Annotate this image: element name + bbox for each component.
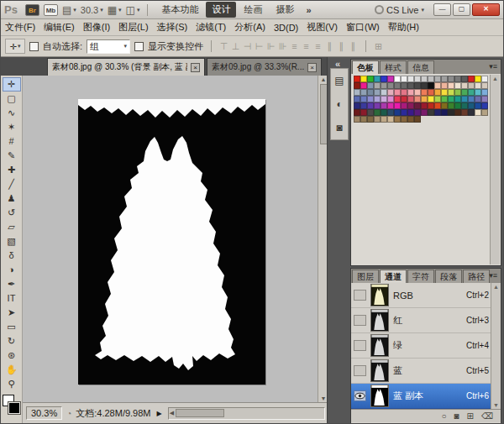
color-swatch[interactable] bbox=[441, 76, 448, 82]
pen-tool[interactable]: ✒ bbox=[3, 277, 21, 291]
visibility-toggle[interactable] bbox=[354, 340, 366, 351]
color-swatch[interactable] bbox=[448, 102, 454, 109]
color-swatch[interactable] bbox=[354, 102, 360, 109]
color-swatch[interactable] bbox=[354, 109, 360, 116]
panel-tab-路径[interactable]: 路径 bbox=[463, 270, 490, 283]
workspace-button-设计[interactable]: 设计 bbox=[206, 2, 236, 18]
tab-close-icon[interactable]: × bbox=[307, 63, 317, 72]
color-swatch[interactable] bbox=[354, 76, 360, 82]
color-swatch[interactable] bbox=[414, 76, 421, 82]
zoom-tool[interactable]: ⚲ bbox=[3, 377, 21, 391]
color-swatch[interactable] bbox=[374, 76, 381, 82]
align-icon-4[interactable]: ⊩ bbox=[266, 41, 276, 52]
color-swatch[interactable] bbox=[394, 116, 401, 123]
color-swatch[interactable] bbox=[428, 109, 434, 116]
color-swatch[interactable] bbox=[407, 89, 414, 96]
scroll-down-icon[interactable]: ▼ bbox=[321, 395, 327, 401]
color-swatch[interactable] bbox=[381, 89, 387, 96]
status-expand-button[interactable]: ▶ bbox=[155, 410, 164, 417]
color-swatch[interactable] bbox=[481, 76, 488, 82]
color-swatch[interactable] bbox=[441, 89, 448, 96]
color-swatch[interactable] bbox=[414, 96, 421, 102]
history-panel-button[interactable]: ▤ bbox=[334, 75, 344, 86]
workspace-button-绘画[interactable]: 绘画 bbox=[238, 2, 268, 18]
color-swatch[interactable] bbox=[481, 96, 488, 102]
color-swatch[interactable] bbox=[367, 76, 374, 82]
panel-tab-图层[interactable]: 图层 bbox=[352, 270, 379, 283]
document-tab-2[interactable]: 素材09.jpg @ 33.3%(R...× bbox=[207, 58, 322, 76]
color-swatch[interactable] bbox=[381, 76, 387, 82]
color-swatch[interactable] bbox=[428, 102, 434, 109]
color-swatch[interactable] bbox=[454, 89, 461, 96]
panel-menu-icon[interactable]: ▾≡ bbox=[489, 271, 497, 280]
document-tab-1[interactable]: 素材08.jpg @ 30.3% (背景 副本, 蓝 副本/8) *× bbox=[47, 58, 205, 76]
swatches-scrollbar[interactable]: ▲ bbox=[490, 75, 500, 264]
new-channel-button[interactable]: ⊞ bbox=[466, 411, 473, 421]
screen-mode-button[interactable]: ◫ ▾ bbox=[126, 5, 140, 15]
menu-item-帮助(H)[interactable]: 帮助(H) bbox=[384, 19, 423, 35]
color-swatch[interactable] bbox=[401, 89, 407, 96]
color-swatch[interactable] bbox=[367, 109, 374, 116]
color-swatch[interactable] bbox=[414, 109, 421, 116]
color-swatch[interactable] bbox=[434, 109, 441, 116]
visibility-eye-icon[interactable] bbox=[354, 390, 366, 401]
menu-item-选择(S)[interactable]: 选择(S) bbox=[153, 19, 192, 35]
menu-item-窗口(W)[interactable]: 窗口(W) bbox=[342, 19, 384, 35]
color-swatch[interactable] bbox=[468, 109, 475, 116]
color-swatch[interactable] bbox=[468, 89, 475, 96]
arrange-documents-button[interactable]: ▤ ▾ bbox=[62, 5, 76, 15]
color-swatch[interactable] bbox=[360, 96, 367, 102]
rectangular-marquee-tool[interactable]: ▢ bbox=[3, 92, 21, 106]
color-swatch[interactable] bbox=[367, 96, 374, 102]
color-swatch[interactable] bbox=[421, 96, 428, 102]
color-swatch[interactable] bbox=[367, 116, 374, 123]
color-swatch[interactable] bbox=[481, 102, 488, 109]
color-swatch[interactable] bbox=[475, 109, 481, 116]
align-icon-5[interactable]: ⊪ bbox=[278, 41, 287, 52]
menu-item-图层(L)[interactable]: 图层(L) bbox=[114, 19, 152, 35]
channels-scrollbar[interactable]: ▲ ▼ bbox=[491, 283, 501, 409]
color-swatch[interactable] bbox=[374, 82, 381, 89]
color-swatch[interactable] bbox=[421, 76, 428, 82]
align-icon-7[interactable]: ≡ bbox=[302, 41, 311, 52]
color-swatch[interactable] bbox=[367, 102, 374, 109]
color-swatch[interactable] bbox=[434, 102, 441, 109]
history-brush-tool[interactable]: ↺ bbox=[3, 206, 21, 220]
color-swatch[interactable] bbox=[428, 76, 434, 82]
color-swatch[interactable] bbox=[401, 116, 407, 123]
color-swatch[interactable] bbox=[360, 82, 367, 89]
panel-menu-icon[interactable]: ▾≡ bbox=[489, 62, 497, 71]
color-swatch[interactable] bbox=[454, 109, 461, 116]
color-swatch[interactable] bbox=[434, 76, 441, 82]
menu-item-滤镜(T)[interactable]: 滤镜(T) bbox=[192, 19, 230, 35]
color-swatch[interactable] bbox=[360, 102, 367, 109]
color-swatch[interactable] bbox=[354, 96, 360, 102]
color-swatch[interactable] bbox=[448, 89, 454, 96]
menu-item-图像(I)[interactable]: 图像(I) bbox=[79, 19, 114, 35]
color-swatch[interactable] bbox=[434, 82, 441, 89]
color-swatch[interactable] bbox=[407, 96, 414, 102]
scrollbar-thumb[interactable] bbox=[176, 409, 224, 417]
color-swatch[interactable] bbox=[421, 102, 428, 109]
color-swatch[interactable] bbox=[454, 96, 461, 102]
eyedropper-tool[interactable]: ✎ bbox=[3, 149, 21, 163]
visibility-toggle[interactable] bbox=[354, 315, 366, 326]
auto-select-checkbox[interactable] bbox=[29, 42, 39, 51]
color-swatch[interactable] bbox=[387, 96, 394, 102]
color-swatch[interactable] bbox=[401, 76, 407, 82]
color-swatch[interactable] bbox=[448, 82, 454, 89]
color-swatch[interactable] bbox=[387, 76, 394, 82]
color-swatch[interactable] bbox=[468, 102, 475, 109]
menu-item-文件(F)[interactable]: 文件(F) bbox=[1, 19, 39, 35]
align-icon-6[interactable]: ≡ bbox=[290, 41, 299, 52]
color-swatch[interactable] bbox=[448, 109, 454, 116]
color-swatch[interactable] bbox=[475, 82, 481, 89]
save-selection-as-channel-button[interactable]: ◙ bbox=[454, 411, 459, 421]
color-swatch[interactable] bbox=[354, 89, 360, 96]
workspace-overflow-button[interactable]: » bbox=[306, 5, 311, 15]
color-swatch[interactable] bbox=[354, 116, 360, 123]
color-swatch[interactable] bbox=[354, 82, 360, 89]
color-swatch[interactable] bbox=[461, 89, 468, 96]
color-swatch[interactable] bbox=[421, 82, 428, 89]
color-swatch[interactable] bbox=[441, 82, 448, 89]
